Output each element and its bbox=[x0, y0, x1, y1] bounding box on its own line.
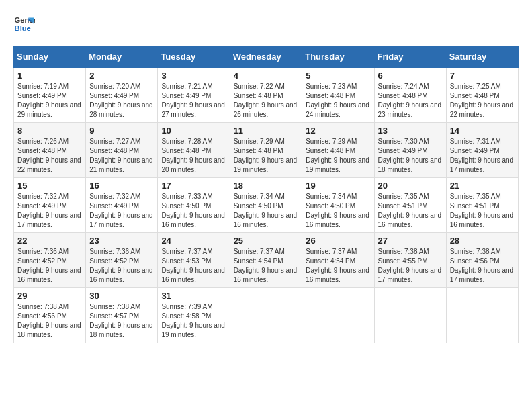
day-info: Sunrise: 7:25 AMSunset: 4:48 PMDaylight:… bbox=[450, 82, 515, 120]
calendar-cell: 26Sunrise: 7:37 AMSunset: 4:54 PMDayligh… bbox=[302, 233, 374, 288]
weekday-header-row: SundayMondayTuesdayWednesdayThursdayFrid… bbox=[14, 46, 519, 68]
calendar-cell: 29Sunrise: 7:38 AMSunset: 4:56 PMDayligh… bbox=[14, 288, 86, 343]
day-number: 17 bbox=[161, 181, 226, 191]
day-info: Sunrise: 7:33 AMSunset: 4:50 PMDaylight:… bbox=[161, 192, 226, 230]
calendar-cell: 21Sunrise: 7:35 AMSunset: 4:51 PMDayligh… bbox=[446, 178, 518, 233]
day-info: Sunrise: 7:37 AMSunset: 4:53 PMDaylight:… bbox=[161, 247, 226, 285]
day-info: Sunrise: 7:32 AMSunset: 4:49 PMDaylight:… bbox=[89, 192, 154, 230]
weekday-header-thursday: Thursday bbox=[302, 46, 374, 68]
day-number: 16 bbox=[89, 181, 154, 191]
calendar-cell: 3Sunrise: 7:21 AMSunset: 4:49 PMDaylight… bbox=[158, 68, 230, 123]
day-info: Sunrise: 7:29 AMSunset: 4:48 PMDaylight:… bbox=[306, 137, 370, 175]
weekday-header-wednesday: Wednesday bbox=[230, 46, 302, 68]
day-info: Sunrise: 7:24 AMSunset: 4:48 PMDaylight:… bbox=[378, 82, 443, 120]
day-info: Sunrise: 7:35 AMSunset: 4:51 PMDaylight:… bbox=[378, 192, 443, 230]
day-info: Sunrise: 7:28 AMSunset: 4:48 PMDaylight:… bbox=[161, 137, 226, 175]
day-info: Sunrise: 7:27 AMSunset: 4:48 PMDaylight:… bbox=[89, 137, 154, 175]
day-number: 3 bbox=[161, 71, 226, 81]
day-number: 29 bbox=[17, 291, 82, 301]
calendar-cell: 1Sunrise: 7:19 AMSunset: 4:49 PMDaylight… bbox=[14, 68, 86, 123]
day-info: Sunrise: 7:19 AMSunset: 4:49 PMDaylight:… bbox=[17, 82, 82, 120]
day-number: 31 bbox=[161, 291, 226, 301]
day-info: Sunrise: 7:32 AMSunset: 4:49 PMDaylight:… bbox=[17, 192, 82, 230]
day-number: 21 bbox=[450, 181, 515, 191]
week-row-1: 1Sunrise: 7:19 AMSunset: 4:49 PMDaylight… bbox=[14, 68, 519, 123]
day-number: 4 bbox=[234, 71, 299, 81]
day-number: 10 bbox=[161, 126, 226, 136]
day-info: Sunrise: 7:21 AMSunset: 4:49 PMDaylight:… bbox=[161, 82, 226, 120]
weekday-header-saturday: Saturday bbox=[446, 46, 518, 68]
svg-text:Blue: Blue bbox=[15, 24, 31, 32]
calendar-cell: 17Sunrise: 7:33 AMSunset: 4:50 PMDayligh… bbox=[158, 178, 230, 233]
week-row-4: 22Sunrise: 7:36 AMSunset: 4:52 PMDayligh… bbox=[14, 233, 519, 288]
day-number: 27 bbox=[378, 236, 443, 246]
day-number: 30 bbox=[89, 291, 154, 301]
day-number: 5 bbox=[306, 71, 370, 81]
day-number: 1 bbox=[17, 71, 82, 81]
logo: General Blue bbox=[13, 13, 38, 35]
logo-icon: General Blue bbox=[13, 13, 35, 35]
day-number: 7 bbox=[450, 71, 515, 81]
day-number: 26 bbox=[306, 236, 370, 246]
day-number: 11 bbox=[234, 126, 299, 136]
calendar-cell: 12Sunrise: 7:29 AMSunset: 4:48 PMDayligh… bbox=[302, 123, 374, 178]
day-number: 9 bbox=[89, 126, 154, 136]
day-number: 2 bbox=[89, 71, 154, 81]
calendar-cell: 22Sunrise: 7:36 AMSunset: 4:52 PMDayligh… bbox=[14, 233, 86, 288]
calendar-cell: 19Sunrise: 7:34 AMSunset: 4:50 PMDayligh… bbox=[302, 178, 374, 233]
calendar-cell bbox=[302, 288, 374, 343]
day-number: 22 bbox=[17, 236, 82, 246]
day-info: Sunrise: 7:34 AMSunset: 4:50 PMDaylight:… bbox=[306, 192, 370, 230]
day-info: Sunrise: 7:36 AMSunset: 4:52 PMDaylight:… bbox=[17, 247, 82, 285]
calendar-cell: 7Sunrise: 7:25 AMSunset: 4:48 PMDaylight… bbox=[446, 68, 518, 123]
day-info: Sunrise: 7:38 AMSunset: 4:56 PMDaylight:… bbox=[17, 302, 82, 340]
day-info: Sunrise: 7:36 AMSunset: 4:52 PMDaylight:… bbox=[89, 247, 154, 285]
day-number: 24 bbox=[161, 236, 226, 246]
calendar-cell: 8Sunrise: 7:26 AMSunset: 4:48 PMDaylight… bbox=[14, 123, 86, 178]
day-info: Sunrise: 7:31 AMSunset: 4:49 PMDaylight:… bbox=[450, 137, 515, 175]
calendar-cell: 2Sunrise: 7:20 AMSunset: 4:49 PMDaylight… bbox=[86, 68, 158, 123]
calendar-cell: 30Sunrise: 7:38 AMSunset: 4:57 PMDayligh… bbox=[86, 288, 158, 343]
day-info: Sunrise: 7:30 AMSunset: 4:49 PMDaylight:… bbox=[378, 137, 443, 175]
calendar-cell: 24Sunrise: 7:37 AMSunset: 4:53 PMDayligh… bbox=[158, 233, 230, 288]
day-info: Sunrise: 7:38 AMSunset: 4:55 PMDaylight:… bbox=[378, 247, 443, 285]
calendar-cell: 10Sunrise: 7:28 AMSunset: 4:48 PMDayligh… bbox=[158, 123, 230, 178]
calendar-cell bbox=[374, 288, 446, 343]
calendar-cell: 4Sunrise: 7:22 AMSunset: 4:48 PMDaylight… bbox=[230, 68, 302, 123]
calendar-cell: 23Sunrise: 7:36 AMSunset: 4:52 PMDayligh… bbox=[86, 233, 158, 288]
day-number: 25 bbox=[234, 236, 299, 246]
day-info: Sunrise: 7:26 AMSunset: 4:48 PMDaylight:… bbox=[17, 137, 82, 175]
day-info: Sunrise: 7:29 AMSunset: 4:48 PMDaylight:… bbox=[234, 137, 299, 175]
day-info: Sunrise: 7:37 AMSunset: 4:54 PMDaylight:… bbox=[234, 247, 299, 285]
day-number: 28 bbox=[450, 236, 515, 246]
calendar-cell bbox=[230, 288, 302, 343]
calendar-cell: 6Sunrise: 7:24 AMSunset: 4:48 PMDaylight… bbox=[374, 68, 446, 123]
weekday-header-sunday: Sunday bbox=[14, 46, 86, 68]
page-header: General Blue bbox=[13, 13, 519, 35]
week-row-3: 15Sunrise: 7:32 AMSunset: 4:49 PMDayligh… bbox=[14, 178, 519, 233]
day-number: 18 bbox=[234, 181, 299, 191]
calendar-cell: 31Sunrise: 7:39 AMSunset: 4:58 PMDayligh… bbox=[158, 288, 230, 343]
calendar-cell: 9Sunrise: 7:27 AMSunset: 4:48 PMDaylight… bbox=[86, 123, 158, 178]
day-info: Sunrise: 7:38 AMSunset: 4:56 PMDaylight:… bbox=[450, 247, 515, 285]
weekday-header-tuesday: Tuesday bbox=[158, 46, 230, 68]
weekday-header-friday: Friday bbox=[374, 46, 446, 68]
calendar-cell: 16Sunrise: 7:32 AMSunset: 4:49 PMDayligh… bbox=[86, 178, 158, 233]
calendar-cell: 27Sunrise: 7:38 AMSunset: 4:55 PMDayligh… bbox=[374, 233, 446, 288]
day-info: Sunrise: 7:20 AMSunset: 4:49 PMDaylight:… bbox=[89, 82, 154, 120]
day-info: Sunrise: 7:34 AMSunset: 4:50 PMDaylight:… bbox=[234, 192, 299, 230]
day-info: Sunrise: 7:37 AMSunset: 4:54 PMDaylight:… bbox=[306, 247, 370, 285]
calendar-cell: 20Sunrise: 7:35 AMSunset: 4:51 PMDayligh… bbox=[374, 178, 446, 233]
calendar-cell: 25Sunrise: 7:37 AMSunset: 4:54 PMDayligh… bbox=[230, 233, 302, 288]
calendar-cell bbox=[446, 288, 518, 343]
calendar-cell: 5Sunrise: 7:23 AMSunset: 4:48 PMDaylight… bbox=[302, 68, 374, 123]
day-number: 15 bbox=[17, 181, 82, 191]
day-number: 13 bbox=[378, 126, 443, 136]
day-number: 8 bbox=[17, 126, 82, 136]
week-row-2: 8Sunrise: 7:26 AMSunset: 4:48 PMDaylight… bbox=[14, 123, 519, 178]
calendar-cell: 11Sunrise: 7:29 AMSunset: 4:48 PMDayligh… bbox=[230, 123, 302, 178]
day-number: 6 bbox=[378, 71, 443, 81]
day-info: Sunrise: 7:23 AMSunset: 4:48 PMDaylight:… bbox=[306, 82, 370, 120]
calendar-table: SundayMondayTuesdayWednesdayThursdayFrid… bbox=[13, 46, 519, 343]
week-row-5: 29Sunrise: 7:38 AMSunset: 4:56 PMDayligh… bbox=[14, 288, 519, 343]
